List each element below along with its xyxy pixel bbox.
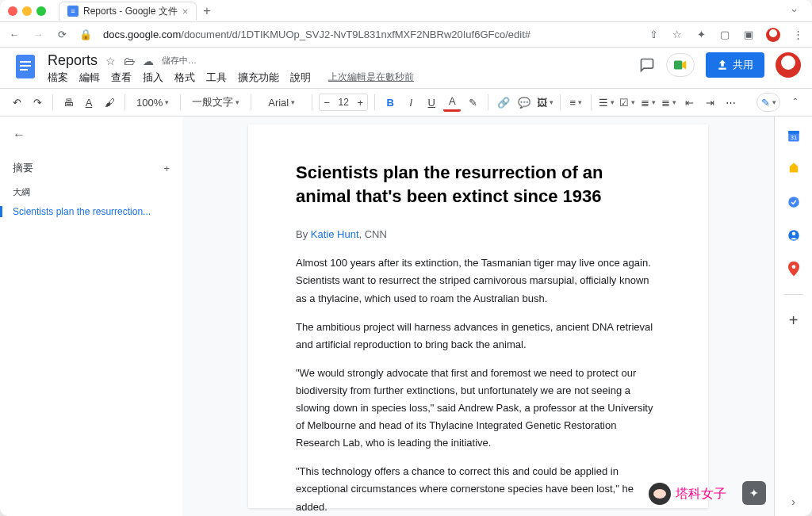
menu-help[interactable]: 說明 [290, 71, 311, 85]
browser-menu-icon[interactable]: ⋮ [791, 29, 804, 40]
svg-point-9 [788, 197, 799, 208]
styles-select[interactable]: 一般文字 [187, 93, 244, 112]
paint-format-icon[interactable]: 🖌 [101, 93, 118, 112]
bold-button[interactable]: B [381, 93, 399, 112]
menu-bar: 檔案 編輯 查看 插入 格式 工具 擴充功能 說明 上次編輯是在數秒前 [48, 71, 631, 88]
insert-link-icon[interactable]: 🔗 [495, 93, 512, 112]
clear-formatting-icon[interactable]: ⋯ [722, 93, 739, 112]
svg-rect-5 [718, 68, 726, 70]
undo-icon[interactable]: ↶ [8, 93, 25, 112]
address-bar: ← → ⟳ 🔒 docs.google.com/document/d/1DTIK… [0, 22, 812, 48]
share-button[interactable]: 共用 [706, 52, 764, 78]
font-select[interactable]: Arial [258, 93, 305, 112]
svg-rect-2 [20, 65, 31, 67]
editing-mode-button[interactable]: ✎ [756, 93, 780, 112]
qr-icon[interactable]: ▣ [742, 29, 755, 40]
article-paragraph[interactable]: The ambitious project will harness advan… [296, 319, 661, 354]
mac-minimize[interactable] [22, 6, 32, 16]
add-summary-icon[interactable]: + [163, 162, 170, 174]
tasks-icon[interactable] [786, 194, 802, 210]
underline-button[interactable]: U [423, 93, 440, 112]
author-link[interactable]: Katie Hunt [311, 228, 359, 240]
formatting-toolbar: ↶ ↷ 🖶 A 🖌 100% 一般文字 Arial − 12 + B I U A… [0, 88, 812, 117]
article-paragraph[interactable]: "This technology offers a chance to corr… [296, 463, 661, 515]
docs-logo-icon[interactable] [11, 52, 40, 81]
align-button[interactable]: ≡ [567, 93, 584, 112]
bulleted-list-icon[interactable]: ≣ [639, 93, 657, 112]
menu-insert[interactable]: 插入 [143, 71, 163, 85]
nav-back-icon[interactable]: ← [8, 29, 21, 40]
cast-icon[interactable]: ▢ [718, 29, 731, 40]
menu-tools[interactable]: 工具 [206, 71, 227, 85]
line-spacing-icon[interactable]: ☰ [598, 93, 615, 112]
share-page-icon[interactable]: ⇧ [647, 29, 660, 40]
account-avatar[interactable] [776, 52, 801, 78]
addons-icon[interactable]: + [786, 312, 802, 328]
font-size-value[interactable]: 12 [334, 97, 353, 108]
italic-button[interactable]: I [402, 93, 419, 112]
menu-view[interactable]: 查看 [111, 71, 132, 85]
menu-extensions[interactable]: 擴充功能 [238, 71, 279, 85]
contacts-icon[interactable] [786, 227, 802, 243]
cloud-status-icon[interactable]: ☁ [143, 55, 154, 67]
document-page[interactable]: Scientists plan the resurrection of an a… [248, 124, 708, 508]
font-size-increase[interactable]: + [353, 97, 367, 109]
last-edit-link[interactable]: 上次編輯是在數秒前 [328, 71, 414, 85]
document-canvas[interactable]: Scientists plan the resurrection of an a… [182, 117, 774, 516]
highlight-button[interactable]: ✎ [464, 93, 481, 112]
document-title[interactable]: Reports [48, 52, 98, 69]
text-color-button[interactable]: A [443, 93, 461, 112]
keep-icon[interactable] [786, 161, 802, 177]
mac-fullscreen[interactable] [36, 6, 46, 16]
font-size-stepper[interactable]: − 12 + [319, 94, 368, 111]
article-byline[interactable]: By Katie Hunt, CNN [296, 228, 661, 240]
article-headline[interactable]: Scientists plan the resurrection of an a… [296, 161, 661, 208]
collapse-toolbar-icon[interactable]: ˆ [787, 93, 804, 112]
svg-rect-1 [20, 61, 31, 63]
tabs-overflow-icon[interactable]: › [788, 9, 800, 12]
menu-edit[interactable]: 編輯 [79, 71, 100, 85]
nav-reload-icon[interactable]: ⟳ [56, 29, 68, 40]
outline-collapse-icon[interactable]: ← [13, 128, 25, 142]
outline-panel: ← 摘要 + 大綱 Scientists plan the resurrecti… [0, 117, 182, 516]
font-size-decrease[interactable]: − [320, 97, 334, 109]
redo-icon[interactable]: ↷ [29, 93, 46, 112]
meet-button[interactable] [666, 53, 695, 77]
numbered-list-icon[interactable]: ≣ [660, 93, 677, 112]
window-titlebar: ≡ Reports - Google 文件 × + › [0, 0, 812, 22]
checklist-icon[interactable]: ☑ [619, 93, 636, 112]
mac-close[interactable] [8, 6, 17, 16]
extensions-icon[interactable]: ✦ [695, 29, 707, 40]
watermark-icon [649, 483, 671, 505]
bookmark-icon[interactable]: ☆ [671, 29, 684, 40]
calendar-icon[interactable]: 31 [786, 128, 802, 143]
menu-format[interactable]: 格式 [174, 71, 195, 85]
spellcheck-icon[interactable]: A [80, 93, 98, 112]
star-icon[interactable]: ☆ [105, 55, 116, 67]
url-field[interactable]: docs.google.com/document/d/1DTIKMUOp_SVJ… [103, 29, 636, 40]
article-paragraph[interactable]: Almost 100 years after its extinction, t… [296, 254, 661, 307]
side-panel: 31 + › [774, 117, 812, 516]
svg-point-12 [791, 265, 795, 269]
zoom-select[interactable]: 100% [132, 93, 174, 112]
comments-icon[interactable] [639, 57, 655, 73]
profile-avatar[interactable] [766, 28, 780, 42]
tab-close-icon[interactable]: × [182, 6, 189, 17]
article-paragraph[interactable]: "We would strongly advocate that first a… [296, 365, 661, 452]
outline-item[interactable]: Scientists plan the resurrection... [0, 206, 170, 217]
print-icon[interactable]: 🖶 [59, 93, 77, 112]
move-icon[interactable]: 🗁 [124, 55, 135, 67]
explore-button[interactable]: ✦ [742, 481, 766, 505]
maps-icon[interactable] [786, 261, 802, 277]
browser-tab[interactable]: ≡ Reports - Google 文件 × [59, 2, 197, 21]
new-tab-button[interactable]: + [203, 4, 210, 18]
insert-image-icon[interactable]: 🖼 [536, 93, 553, 112]
indent-decrease-icon[interactable]: ⇤ [680, 93, 698, 112]
lock-icon[interactable]: 🔒 [79, 29, 92, 40]
svg-point-11 [791, 232, 795, 236]
svg-rect-4 [674, 60, 682, 69]
sidepanel-collapse-icon[interactable]: › [791, 495, 795, 508]
indent-increase-icon[interactable]: ⇥ [701, 93, 718, 112]
insert-comment-icon[interactable]: 💬 [515, 93, 533, 112]
menu-file[interactable]: 檔案 [48, 71, 68, 85]
